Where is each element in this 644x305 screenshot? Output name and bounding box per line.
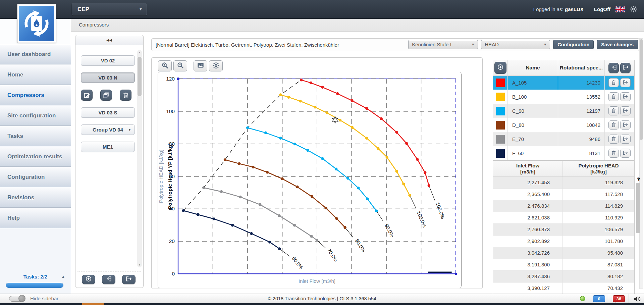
copy-button[interactable] [100, 90, 112, 101]
point-row[interactable]: 2,271.453119.328 [493, 177, 634, 189]
import-curves-button[interactable] [608, 63, 619, 73]
compressor-item-vd-03-s[interactable]: VD 03 S [81, 107, 135, 118]
export-icon [125, 275, 132, 284]
footer-status-area: 0 36 [580, 294, 641, 303]
export-curve-button[interactable] [620, 92, 631, 101]
sidebar-item-tasks[interactable]: Tasks [0, 126, 71, 146]
curve-set-select[interactable]: Kennlinien Stufe I ▼ [408, 40, 478, 49]
inlet-flow-value: 3,390.127 [493, 283, 563, 294]
scroll-up-icon[interactable]: ▲ [137, 51, 142, 54]
table-row-c_90[interactable]: C_9012197 [493, 104, 634, 118]
notifications-badge-red[interactable]: 36 [613, 295, 625, 302]
compressor-item-vd-03-n[interactable]: VD 03 N [81, 72, 135, 83]
table-row-d_80[interactable]: D_8010842 [493, 118, 634, 132]
point-row[interactable]: 3,042.72695.480 [493, 247, 634, 259]
column-name: Name [508, 60, 558, 75]
export-curve-button[interactable] [620, 135, 631, 144]
configuration-button[interactable]: Configuration [553, 40, 594, 49]
point-row[interactable]: 2,365.400117.528 [493, 189, 634, 200]
export-curve-button[interactable] [620, 106, 631, 115]
sidebar-item-site-configuration[interactable]: Site configuration [0, 106, 71, 126]
panel-collapse-button[interactable]: ◀◀ [75, 35, 143, 45]
logoff-button[interactable]: LogOff [594, 6, 610, 12]
delete-icon [611, 150, 616, 157]
export-button[interactable] [122, 275, 136, 284]
panel-scrollbar[interactable]: ▲ ▼ [137, 50, 142, 267]
delete-curve-button[interactable] [608, 149, 619, 158]
export-curve-button[interactable] [620, 120, 631, 130]
scroll-down-icon[interactable]: ▼ [137, 263, 142, 266]
sidebar-item-compressors[interactable]: Compressors [0, 85, 71, 105]
delete-icon [611, 94, 616, 100]
export-curve-button[interactable] [620, 78, 631, 87]
compressor-description: [Normal Barrel] Elektrisch, Turbo, Getre… [156, 42, 339, 48]
delete-button[interactable] [120, 90, 131, 101]
sidebar-item-configuration[interactable]: Configuration [0, 167, 71, 187]
sidebar-item-help[interactable]: Help [0, 208, 71, 228]
point-row[interactable]: 2,760.873106.579 [493, 224, 634, 236]
performance-chart[interactable]: 02040608010012060.0%70.0%80.0%90.0%100.0… [158, 72, 462, 288]
point-row[interactable]: 2,621.038110.929 [493, 212, 634, 224]
svg-text:0: 0 [172, 271, 175, 276]
compressor-item-vd-02[interactable]: VD 02 [81, 55, 135, 66]
sidebar-item-home[interactable]: Home [0, 65, 71, 85]
add-curve-button[interactable] [494, 62, 506, 74]
table-row-b_100[interactable]: B_10013552 [493, 90, 634, 104]
sound-icon[interactable] [633, 295, 641, 303]
tasks-summary-toggle[interactable]: Tasks: 2/2 ▲ [0, 274, 71, 281]
top-bar-right: Logged in as: gasLUX LogOff [533, 0, 638, 18]
point-row[interactable]: 3,390.12770.432 [493, 283, 634, 294]
scrollbar-thumb[interactable] [138, 57, 142, 96]
point-row[interactable]: 2,902.892101.780 [493, 236, 634, 247]
add-curve-button[interactable] [82, 275, 95, 284]
sidebar-item-user-dashboard[interactable]: User dashboard [0, 44, 71, 64]
edit-button[interactable] [81, 90, 93, 101]
point-row[interactable]: 2,476.834114.829 [493, 200, 634, 212]
scrollbar-thumb[interactable] [636, 183, 640, 233]
chart-settings-button[interactable] [209, 60, 223, 71]
point-row[interactable]: 3,191.30087.081 [493, 259, 634, 271]
svg-text:100: 100 [166, 108, 175, 114]
compressor-list: VD 02VD 03 NVD 03 SGroup VD 04▼ME1 [75, 45, 143, 271]
zoom-out-button[interactable] [173, 60, 187, 71]
delete-icon [611, 136, 616, 143]
import-button[interactable] [102, 275, 115, 284]
points-table-scrollbar[interactable]: ▲ ▼ [636, 176, 641, 288]
delete-curve-button[interactable] [608, 120, 619, 130]
quantity-select[interactable]: HEAD ▼ [481, 40, 550, 49]
inlet-flow-value: 3,287.436 [493, 271, 563, 282]
polytropic-head-value: 87.081 [563, 259, 634, 270]
notifications-badge-blue[interactable]: 0 [593, 295, 605, 302]
compressor-item-me1[interactable]: ME1 [81, 142, 135, 152]
export-curve-button[interactable] [620, 149, 631, 158]
table-row-e_70[interactable]: E_709486 [493, 132, 634, 146]
sidebar-item-revisions[interactable]: Revisions [0, 188, 71, 208]
delete-curve-button[interactable] [608, 106, 619, 115]
delete-curve-button[interactable] [608, 135, 619, 144]
curve-color-swatch [496, 107, 505, 115]
point-row[interactable]: 3,287.43680.182 [493, 271, 634, 283]
table-row-f_60[interactable]: F_608131 [493, 146, 634, 160]
compressor-item-group-vd-04[interactable]: Group VD 04▼ [81, 124, 135, 135]
points-table: Inlet Flow [m3/h] Polytropic HEAD [kJ/kg… [493, 160, 635, 294]
svg-text:Inlet Flow [m3/h]: Inlet Flow [m3/h] [299, 278, 335, 284]
sidebar-menu: User dashboardHomeCompressorsSite config… [0, 44, 71, 228]
app-selector-dropdown[interactable]: CEP ▼ [72, 3, 147, 15]
delete-curve-button[interactable] [608, 78, 619, 87]
gear-icon [212, 62, 220, 70]
scrollbar-thumb[interactable] [640, 39, 643, 140]
table-row-a_105[interactable]: A_10514230 [493, 76, 634, 90]
polytropic-head-value: 106.579 [563, 224, 634, 235]
settings-gear-icon[interactable] [630, 5, 638, 13]
curve-name: A_105 [508, 76, 558, 90]
save-changes-button[interactable]: Save changes [597, 40, 638, 49]
scroll-up-icon[interactable]: ▲ [636, 176, 641, 179]
copyright-text: © 2018 Transition Technologies | GLS 3.1… [0, 294, 644, 303]
uk-flag-icon[interactable] [615, 6, 625, 12]
polytropic-head-value: 117.528 [563, 189, 634, 200]
sidebar-item-optimization-results[interactable]: Optimization results [0, 147, 71, 167]
zoom-in-button[interactable] [158, 60, 172, 71]
delete-curve-button[interactable] [608, 92, 619, 101]
export-curves-button[interactable] [620, 63, 631, 73]
export-image-button[interactable] [194, 60, 207, 71]
